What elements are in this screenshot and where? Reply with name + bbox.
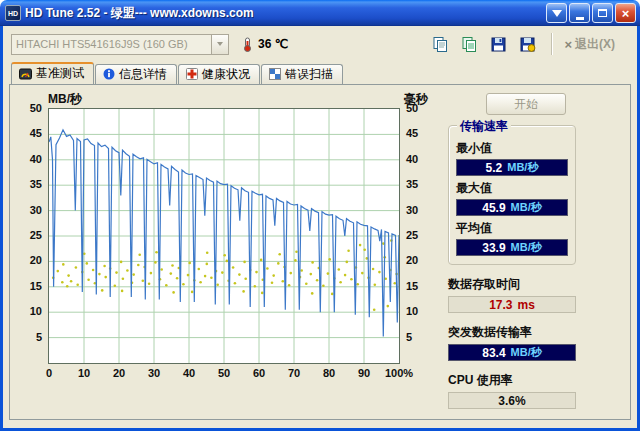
axis-tick: 60 [253,367,265,379]
toolbar-separator [551,33,553,55]
tab-label: 信息详情 [119,66,167,83]
axis-tick: 100% [385,367,413,379]
tab-label: 错误扫描 [285,66,333,83]
tab-label: 健康状况 [202,66,250,83]
axis-tick: 40 [20,153,44,165]
floppy-export-icon [519,36,536,53]
minimize-button[interactable] [569,3,590,23]
axis-tick: 70 [288,367,300,379]
y-axis-right-ticks: 5045403530252015105 [404,108,428,364]
axis-tick: 20 [404,254,428,266]
axis-tick: 90 [358,367,370,379]
axis-tick: 10 [78,367,90,379]
min-label: 最小值 [456,140,568,157]
exit-x-icon: × [564,37,572,52]
axis-tick: 45 [20,127,44,139]
axis-tick: 15 [404,280,428,292]
access-time-unit: ms [518,298,535,312]
window-title: HD Tune 2.52 - 绿盟--- www.xdowns.com [25,5,254,22]
tab-info[interactable]: 信息详情 [95,64,177,84]
start-button[interactable]: 开始 [486,93,566,115]
health-icon [186,68,198,80]
chart-svg [49,109,399,363]
avg-value-badge: 33.9 MB/秒 [456,239,568,256]
drive-select-label: HITACHI HTS541616J9S (160 GB) [12,38,211,50]
axis-tick: 30 [148,367,160,379]
benchmark-tab-panel: MB/秒 毫秒 5045403530252015105 504540353025… [9,84,631,420]
titlebar[interactable]: HD HD Tune 2.52 - 绿盟--- www.xdowns.com × [0,0,640,26]
tab-health[interactable]: 健康状况 [178,64,260,84]
close-button[interactable]: × [615,3,636,23]
cpu-usage-value-box: 3.6% [448,392,576,409]
minimize-icon [576,17,584,20]
min-value-badge: 5.2 MB/秒 [456,159,568,176]
benchmark-chart: MB/秒 毫秒 5045403530252015105 504540353025… [20,91,434,391]
axis-tick: 5 [404,331,428,343]
avg-label: 平均值 [456,220,568,237]
window-body: HITACHI HTS541616J9S (160 GB) 36 ℃ [0,26,640,431]
save-button[interactable] [485,32,511,56]
toolbar: HITACHI HTS541616J9S (160 GB) 36 ℃ [3,26,637,62]
axis-tick: 45 [404,127,428,139]
cpu-usage-value: 3.6% [498,394,525,408]
axis-tick: 30 [404,204,428,216]
cpu-usage-label: CPU 使用率 [448,372,576,389]
axis-tick: 35 [20,178,44,190]
floppy-icon [490,36,507,53]
x-axis-ticks: 0102030405060708090100% [49,367,401,381]
app-icon: HD [5,5,21,21]
min-unit: MB/秒 [507,160,538,175]
axis-tick: 10 [404,305,428,317]
axis-tick: 30 [20,204,44,216]
transfer-rate-group: 传输速率 最小值 5.2 MB/秒 最大值 45.9 MB/秒 平均值 33.9 [448,125,576,265]
max-label: 最大值 [456,180,568,197]
download-icon [552,10,562,17]
exit-label: 退出(X) [575,36,615,53]
exit-button[interactable]: × 退出(X) [564,36,629,53]
tab-scan[interactable]: 错误扫描 [261,64,343,84]
copy-pages-icon [432,36,449,53]
access-time-value-box: 17.3 ms [448,296,576,313]
axis-tick: 50 [218,367,230,379]
axis-tick: 35 [404,178,428,190]
max-value: 45.9 [482,201,505,215]
copy-image-button[interactable] [456,32,482,56]
axis-tick: 50 [20,102,44,114]
axis-tick: 10 [20,305,44,317]
axis-tick: 15 [20,280,44,292]
copy-button[interactable] [427,32,453,56]
axis-tick: 40 [183,367,195,379]
close-icon: × [622,7,630,20]
thermometer-icon [241,37,254,52]
export-button[interactable] [514,32,540,56]
burst-rate-label: 突发数据传输率 [448,324,576,341]
maximize-button[interactable] [592,3,613,23]
axis-tick: 40 [404,153,428,165]
chart-plot-area [48,108,400,364]
axis-tick: 50 [404,102,428,114]
axis-tick: 25 [20,229,44,241]
min-value: 5.2 [486,161,503,175]
download-button[interactable] [546,3,567,23]
y-axis-left-ticks: 5045403530252015105 [20,108,44,364]
drive-select[interactable]: HITACHI HTS541616J9S (160 GB) [11,34,229,55]
copy-image-icon [461,36,478,53]
max-unit: MB/秒 [511,200,542,215]
axis-tick: 5 [20,331,44,343]
scan-icon [269,68,281,80]
burst-rate-value-badge: 83.4 MB/秒 [448,344,576,361]
avg-unit: MB/秒 [511,240,542,255]
tab-bar: 基准测试 信息详情 健康状况 [11,62,637,84]
tab-benchmark[interactable]: 基准测试 [11,62,94,84]
transfer-rate-title: 传输速率 [457,118,511,135]
left-axis-label: MB/秒 [48,91,82,108]
avg-value: 33.9 [482,241,505,255]
tab-label: 基准测试 [36,65,84,82]
axis-tick: 20 [20,254,44,266]
burst-rate-value: 83.4 [482,346,505,360]
axis-tick: 80 [323,367,335,379]
benchmark-icon [19,68,32,80]
temperature-value: 36 ℃ [258,37,288,51]
hdtune-window: HD HD Tune 2.52 - 绿盟--- www.xdowns.com ×… [0,0,640,431]
chevron-down-icon [217,42,223,46]
